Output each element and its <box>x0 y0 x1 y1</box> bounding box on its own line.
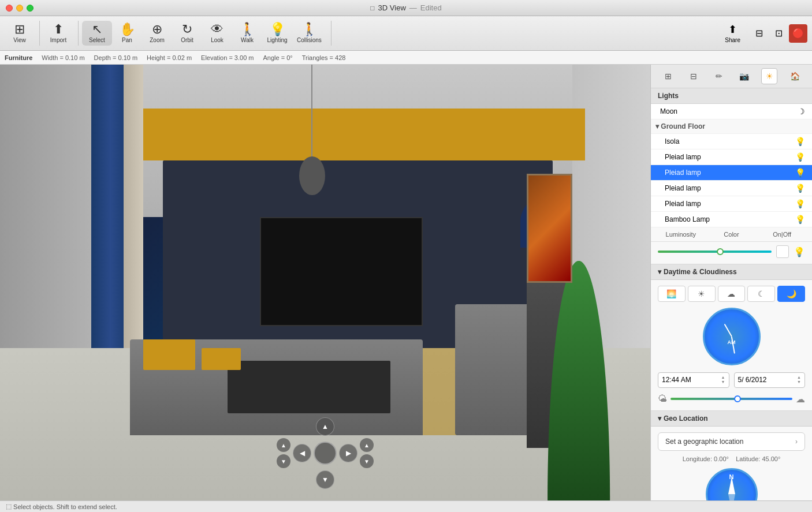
cloudiness-thumb[interactable] <box>734 395 741 402</box>
maximize-button[interactable] <box>27 5 33 12</box>
clock-container: AM <box>658 308 805 365</box>
lamp-icon: 💡 <box>795 199 805 208</box>
right-panel: ⊞ ⊟ ✏ 📷 ☀ 🏠 Lights Moon ☽ ▾ Ground Floor… <box>650 65 812 500</box>
date-input[interactable]: 5/ 6/2012 ▲ ▼ <box>734 372 806 388</box>
daytime-controls: 🌅 ☀ ☁ ☾ 🌙 AM 12:44 AM ▲ ▼ <box>651 280 812 411</box>
minimize-button[interactable] <box>16 5 23 12</box>
dt-moon-button[interactable]: ☾ <box>747 286 775 302</box>
nav-row-middle: ▲ ▼ ◀ ▶ ▲ ▼ <box>277 438 374 468</box>
viewmode-btn-1[interactable]: ⊟ <box>750 24 768 43</box>
view-icon: ⊞ <box>14 23 25 36</box>
date-step-up[interactable]: ▲ <box>797 375 801 380</box>
share-button[interactable]: ⬆ Share <box>718 21 747 46</box>
nav-right-button[interactable]: ▶ <box>339 444 357 462</box>
time-date-row: 12:44 AM ▲ ▼ 5/ 6/2012 ▲ ▼ <box>658 372 805 388</box>
nav-center-button[interactable] <box>314 442 337 465</box>
light-item-pleiad-4[interactable]: Pleiad lamp 💡 <box>651 196 812 212</box>
light-name: Moon <box>660 107 798 115</box>
nav-left-button[interactable]: ◀ <box>293 444 311 462</box>
light-name: Pleiad lamp <box>665 184 795 192</box>
window-controls[interactable] <box>6 5 33 12</box>
lamp-icon: 💡 <box>795 137 805 146</box>
time-stepper[interactable]: ▲ ▼ <box>721 375 725 385</box>
window-title: □ 3D View — Edited <box>370 3 441 12</box>
date-step-down[interactable]: ▼ <box>797 380 801 384</box>
geo-location-button[interactable]: Set a geographic location › <box>658 432 805 451</box>
select-button[interactable]: ↖ Select <box>82 21 112 46</box>
collisions-button[interactable]: 🚶 Collisions <box>292 21 326 46</box>
walk-button[interactable]: 🚶 Walk <box>232 21 262 46</box>
nav-row-bottom: ▼ <box>316 470 334 489</box>
moon-icon: ☽ <box>798 107 805 116</box>
luminosity-slider[interactable] <box>658 251 772 253</box>
cloudiness-slider[interactable] <box>671 398 792 400</box>
compass-rose: N <box>706 468 758 500</box>
daytime-section-header: ▾ Daytime & Cloudiness <box>651 264 812 280</box>
dt-day-button[interactable]: ☀ <box>688 286 716 302</box>
nav-vert-up-left[interactable]: ▲ <box>277 438 290 452</box>
lamp-icon: 💡 <box>795 152 805 162</box>
color-picker[interactable] <box>776 245 789 258</box>
light-item-pleiad-2[interactable]: Pleiad lamp 💡 <box>651 165 812 181</box>
light-item-bamboo[interactable]: Bamboo Lamp 💡 <box>651 212 812 227</box>
panel-sun-icon-btn[interactable]: ☀ <box>761 68 777 84</box>
light-item-moon[interactable]: Moon ☽ <box>651 104 812 119</box>
time-step-up[interactable]: ▲ <box>721 375 725 380</box>
time-step-down[interactable]: ▼ <box>721 380 725 384</box>
viewmode-btn-2[interactable]: ⊡ <box>769 24 788 43</box>
onoff-label: On|Off <box>759 231 805 238</box>
cushion-1 <box>143 339 195 370</box>
nav-vert-up-right[interactable]: ▲ <box>360 438 374 452</box>
color-label: Color <box>709 231 755 238</box>
orbit-button[interactable]: ↻ Orbit <box>172 21 202 46</box>
pan-button[interactable]: ✋ Pan <box>112 21 142 46</box>
sun-small-icon: 🌤 <box>658 394 667 404</box>
panel-camera-icon-btn[interactable]: 📷 <box>736 68 752 84</box>
import-button[interactable]: ⬆ Import <box>43 21 73 46</box>
width-info: Width = 0.10 m <box>42 54 84 61</box>
panel-grid-icon-btn[interactable]: ⊞ <box>660 68 676 84</box>
viewmode-btn-3[interactable]: 🔴 <box>789 24 807 43</box>
select-icon: ↖ <box>92 23 102 36</box>
daytime-title: Daytime & Cloudiness <box>664 268 737 276</box>
lighting-button[interactable]: 💡 Lighting <box>262 21 292 46</box>
geo-controls: Set a geographic location › Longitude: 0… <box>651 427 812 500</box>
panel-edit-icon-btn[interactable]: ✏ <box>711 68 727 84</box>
height-info: Height = 0.02 m <box>147 54 192 61</box>
close-button[interactable] <box>6 5 13 12</box>
lights-title: Lights <box>658 92 679 100</box>
nav-up-button[interactable]: ▲ <box>316 417 334 436</box>
dt-cloud-button[interactable]: ☁ <box>718 286 746 302</box>
luminosity-thumb[interactable] <box>717 248 724 255</box>
main-layout: ▲ ▲ ▼ ◀ ▶ ▲ ▼ ▼ ⊞ <box>0 65 812 500</box>
nav-vert-down-left[interactable]: ▼ <box>277 454 290 468</box>
onoff-toggle[interactable]: 💡 <box>794 246 805 257</box>
panel-building-icon-btn[interactable]: 🏠 <box>787 68 803 84</box>
pendant-rod <box>311 65 312 156</box>
import-icon: ⬆ <box>53 23 64 36</box>
look-button[interactable]: 👁 Look <box>202 21 232 46</box>
toolbar: ⊞ View ⬆ Import ↖ Select ✋ Pan ⊕ Zoom ↻ … <box>0 16 812 51</box>
3d-viewport[interactable]: ▲ ▲ ▼ ◀ ▶ ▲ ▼ ▼ <box>0 65 650 500</box>
orbit-icon: ↻ <box>182 23 192 36</box>
luminosity-label: Luminosity <box>658 231 704 238</box>
dt-dawn-button[interactable]: 🌅 <box>658 286 686 302</box>
light-group-groundfloor[interactable]: ▾ Ground Floor <box>651 119 812 134</box>
view-button[interactable]: ⊞ View <box>5 21 35 46</box>
panel-copy-icon-btn[interactable]: ⊟ <box>686 68 702 84</box>
latitude-label: Latitude: 45.00° <box>736 455 780 462</box>
light-item-isola[interactable]: Isola 💡 <box>651 134 812 150</box>
dt-night-button[interactable]: 🌙 <box>777 286 805 302</box>
hour-hand <box>724 324 732 337</box>
nav-down-button[interactable]: ▼ <box>316 470 334 489</box>
date-stepper[interactable]: ▲ ▼ <box>797 375 801 385</box>
nav-vert-down-right[interactable]: ▼ <box>360 454 374 468</box>
time-input[interactable]: 12:44 AM ▲ ▼ <box>658 372 729 388</box>
zoom-button[interactable]: ⊕ Zoom <box>142 21 172 46</box>
light-item-pleiad-3[interactable]: Pleiad lamp 💡 <box>651 181 812 196</box>
cloud-icon: ☁ <box>796 394 805 405</box>
nav-side-left: ▲ ▼ <box>277 438 290 468</box>
light-item-pleiad-1[interactable]: Pleiad lamp 💡 <box>651 150 812 165</box>
light-name: Pleiad lamp <box>665 169 795 177</box>
navigation-controls: ▲ ▲ ▼ ◀ ▶ ▲ ▼ ▼ <box>277 417 374 489</box>
